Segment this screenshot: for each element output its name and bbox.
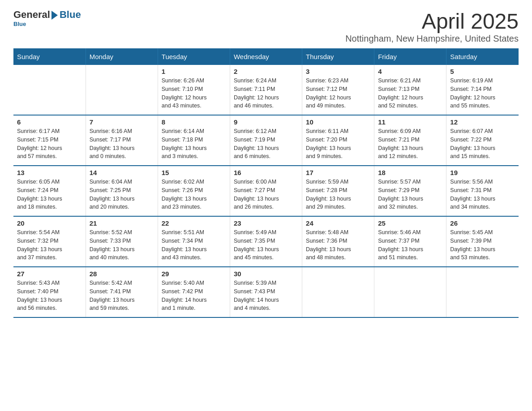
weekday-header-row: SundayMondayTuesdayWednesdayThursdayFrid…	[13, 48, 519, 65]
calendar-cell: 5Sunrise: 6:19 AMSunset: 7:14 PMDaylight…	[446, 65, 519, 115]
day-info: Sunrise: 6:02 AMSunset: 7:26 PMDaylight:…	[162, 178, 226, 211]
calendar-cell: 18Sunrise: 5:57 AMSunset: 7:29 PMDayligh…	[374, 166, 446, 216]
day-number: 27	[17, 270, 82, 278]
calendar-cell	[302, 267, 374, 317]
calendar-cell: 19Sunrise: 5:56 AMSunset: 7:31 PMDayligh…	[446, 166, 519, 216]
day-number: 24	[306, 219, 370, 227]
week-row-4: 20Sunrise: 5:54 AMSunset: 7:32 PMDayligh…	[13, 216, 519, 267]
calendar-cell: 14Sunrise: 6:04 AMSunset: 7:25 PMDayligh…	[86, 166, 158, 216]
day-info: Sunrise: 5:40 AMSunset: 7:42 PMDaylight:…	[162, 279, 226, 313]
logo-tagline: Blue	[13, 21, 26, 27]
calendar-cell	[446, 267, 519, 317]
day-info: Sunrise: 5:39 AMSunset: 7:43 PMDaylight:…	[234, 279, 298, 313]
day-info: Sunrise: 5:57 AMSunset: 7:29 PMDaylight:…	[378, 178, 442, 211]
day-info: Sunrise: 5:56 AMSunset: 7:31 PMDaylight:…	[450, 178, 515, 211]
day-number: 21	[90, 219, 154, 227]
day-number: 8	[162, 118, 226, 126]
calendar-cell	[86, 65, 158, 115]
calendar-cell: 21Sunrise: 5:52 AMSunset: 7:33 PMDayligh…	[86, 216, 158, 267]
day-info: Sunrise: 6:16 AMSunset: 7:17 PMDaylight:…	[90, 127, 154, 161]
day-info: Sunrise: 6:24 AMSunset: 7:11 PMDaylight:…	[234, 77, 298, 110]
weekday-header-thursday: Thursday	[302, 48, 374, 65]
page-header: General Blue Blue April 2025 Nottingham,…	[13, 9, 519, 44]
day-info: Sunrise: 5:54 AMSunset: 7:32 PMDaylight:…	[17, 228, 82, 262]
title-section: April 2025 Nottingham, New Hampshire, Un…	[345, 9, 519, 44]
logo-arrow-icon	[51, 11, 58, 20]
day-number: 22	[162, 219, 226, 227]
calendar-cell: 24Sunrise: 5:48 AMSunset: 7:36 PMDayligh…	[302, 216, 374, 267]
calendar-cell	[374, 267, 446, 317]
calendar-cell: 29Sunrise: 5:40 AMSunset: 7:42 PMDayligh…	[158, 267, 230, 317]
day-info: Sunrise: 5:52 AMSunset: 7:33 PMDaylight:…	[90, 228, 154, 262]
day-info: Sunrise: 5:46 AMSunset: 7:37 PMDaylight:…	[378, 228, 442, 262]
day-number: 2	[234, 68, 298, 75]
day-number: 29	[162, 270, 226, 278]
logo: General Blue Blue	[13, 9, 81, 27]
week-row-5: 27Sunrise: 5:43 AMSunset: 7:40 PMDayligh…	[13, 267, 519, 317]
calendar-cell: 12Sunrise: 6:07 AMSunset: 7:22 PMDayligh…	[446, 115, 519, 166]
calendar-cell: 15Sunrise: 6:02 AMSunset: 7:26 PMDayligh…	[158, 166, 230, 216]
logo-blue-text: Blue	[60, 9, 81, 21]
day-info: Sunrise: 5:43 AMSunset: 7:40 PMDaylight:…	[17, 279, 82, 313]
calendar-cell: 30Sunrise: 5:39 AMSunset: 7:43 PMDayligh…	[230, 267, 302, 317]
calendar-cell: 25Sunrise: 5:46 AMSunset: 7:37 PMDayligh…	[374, 216, 446, 267]
day-number: 7	[90, 118, 154, 126]
calendar-cell: 9Sunrise: 6:12 AMSunset: 7:19 PMDaylight…	[230, 115, 302, 166]
weekday-header-friday: Friday	[374, 48, 446, 65]
day-number: 17	[306, 169, 370, 176]
day-info: Sunrise: 6:21 AMSunset: 7:13 PMDaylight:…	[378, 77, 442, 110]
day-info: Sunrise: 6:19 AMSunset: 7:14 PMDaylight:…	[450, 77, 515, 110]
calendar-cell: 13Sunrise: 6:05 AMSunset: 7:24 PMDayligh…	[13, 166, 86, 216]
day-info: Sunrise: 5:45 AMSunset: 7:39 PMDaylight:…	[450, 228, 515, 262]
calendar-cell: 6Sunrise: 6:17 AMSunset: 7:15 PMDaylight…	[13, 115, 86, 166]
location-subtitle: Nottingham, New Hampshire, United States	[345, 34, 519, 44]
day-number: 12	[450, 118, 515, 126]
day-info: Sunrise: 6:12 AMSunset: 7:19 PMDaylight:…	[234, 127, 298, 161]
day-info: Sunrise: 6:26 AMSunset: 7:10 PMDaylight:…	[162, 77, 226, 110]
day-info: Sunrise: 6:05 AMSunset: 7:24 PMDaylight:…	[17, 178, 82, 211]
calendar-cell: 22Sunrise: 5:51 AMSunset: 7:34 PMDayligh…	[158, 216, 230, 267]
day-info: Sunrise: 6:04 AMSunset: 7:25 PMDaylight:…	[90, 178, 154, 211]
day-number: 1	[162, 68, 226, 75]
day-info: Sunrise: 6:11 AMSunset: 7:20 PMDaylight:…	[306, 127, 370, 161]
calendar-cell: 8Sunrise: 6:14 AMSunset: 7:18 PMDaylight…	[158, 115, 230, 166]
day-info: Sunrise: 5:51 AMSunset: 7:34 PMDaylight:…	[162, 228, 226, 262]
day-number: 26	[450, 219, 515, 227]
week-row-2: 6Sunrise: 6:17 AMSunset: 7:15 PMDaylight…	[13, 115, 519, 166]
weekday-header-wednesday: Wednesday	[230, 48, 302, 65]
day-number: 30	[234, 270, 298, 278]
calendar-cell: 17Sunrise: 5:59 AMSunset: 7:28 PMDayligh…	[302, 166, 374, 216]
day-number: 23	[234, 219, 298, 227]
day-number: 9	[234, 118, 298, 126]
day-number: 14	[90, 169, 154, 176]
day-number: 10	[306, 118, 370, 126]
day-number: 16	[234, 169, 298, 176]
calendar-cell: 26Sunrise: 5:45 AMSunset: 7:39 PMDayligh…	[446, 216, 519, 267]
day-info: Sunrise: 6:17 AMSunset: 7:15 PMDaylight:…	[17, 127, 82, 161]
calendar-cell: 16Sunrise: 6:00 AMSunset: 7:27 PMDayligh…	[230, 166, 302, 216]
day-number: 13	[17, 169, 82, 176]
calendar-cell: 20Sunrise: 5:54 AMSunset: 7:32 PMDayligh…	[13, 216, 86, 267]
week-row-1: 1Sunrise: 6:26 AMSunset: 7:10 PMDaylight…	[13, 65, 519, 115]
month-year-title: April 2025	[345, 9, 519, 34]
day-number: 11	[378, 118, 442, 126]
calendar-cell: 28Sunrise: 5:42 AMSunset: 7:41 PMDayligh…	[86, 267, 158, 317]
weekday-header-saturday: Saturday	[446, 48, 519, 65]
weekday-header-sunday: Sunday	[13, 48, 86, 65]
week-row-3: 13Sunrise: 6:05 AMSunset: 7:24 PMDayligh…	[13, 166, 519, 216]
day-info: Sunrise: 5:48 AMSunset: 7:36 PMDaylight:…	[306, 228, 370, 262]
day-info: Sunrise: 6:07 AMSunset: 7:22 PMDaylight:…	[450, 127, 515, 161]
calendar-cell: 7Sunrise: 6:16 AMSunset: 7:17 PMDaylight…	[86, 115, 158, 166]
day-info: Sunrise: 6:00 AMSunset: 7:27 PMDaylight:…	[234, 178, 298, 211]
calendar-cell: 23Sunrise: 5:49 AMSunset: 7:35 PMDayligh…	[230, 216, 302, 267]
calendar-cell: 3Sunrise: 6:23 AMSunset: 7:12 PMDaylight…	[302, 65, 374, 115]
logo-general-text: General	[13, 9, 50, 21]
day-number: 20	[17, 219, 82, 227]
calendar-cell	[13, 65, 86, 115]
weekday-header-monday: Monday	[86, 48, 158, 65]
day-number: 3	[306, 68, 370, 75]
day-info: Sunrise: 6:23 AMSunset: 7:12 PMDaylight:…	[306, 77, 370, 110]
calendar-cell: 1Sunrise: 6:26 AMSunset: 7:10 PMDaylight…	[158, 65, 230, 115]
calendar-cell: 27Sunrise: 5:43 AMSunset: 7:40 PMDayligh…	[13, 267, 86, 317]
day-info: Sunrise: 6:09 AMSunset: 7:21 PMDaylight:…	[378, 127, 442, 161]
